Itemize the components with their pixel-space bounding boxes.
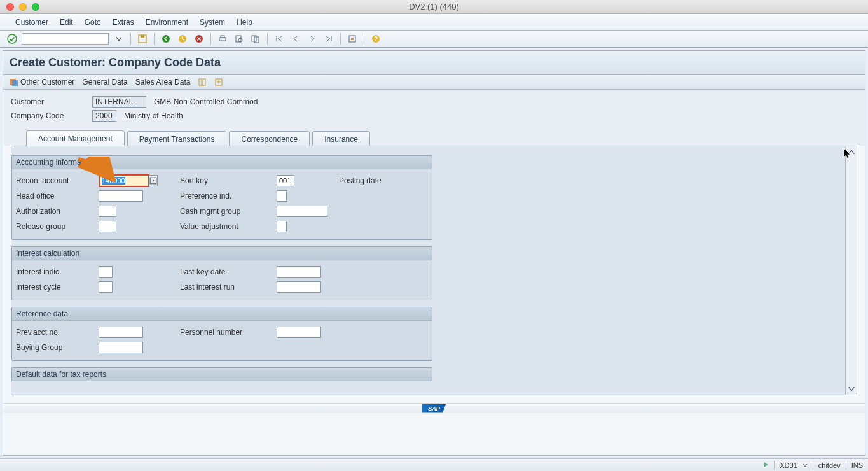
- menu-customer[interactable]: Customer: [15, 18, 48, 27]
- sap-strip: SAP: [3, 403, 865, 413]
- other-customer-button[interactable]: Other Customer: [10, 78, 74, 87]
- company-code-desc: Ministry of Health: [124, 111, 183, 120]
- back-icon[interactable]: [160, 33, 172, 45]
- recon-account-input[interactable]: [99, 174, 149, 187]
- next-page-icon[interactable]: [306, 33, 319, 45]
- svg-rect-7: [221, 36, 224, 38]
- menu-system[interactable]: System: [200, 18, 225, 27]
- sort-key-label: Sort key: [180, 176, 277, 185]
- buying-group-input[interactable]: [99, 342, 143, 353]
- cash-mgmt-input[interactable]: [277, 206, 327, 217]
- minimize-window-button[interactable]: [19, 3, 27, 11]
- value-adj-label: Value adjustment: [180, 222, 277, 231]
- new-session-icon[interactable]: [346, 33, 359, 45]
- cash-mgmt-label: Cash mgmt group: [180, 207, 277, 216]
- statusbar: XD01 chitdev INS: [0, 458, 868, 471]
- interest-indic-label: Interest indic.: [16, 267, 99, 276]
- exit-icon[interactable]: [176, 33, 189, 45]
- last-page-icon[interactable]: [322, 33, 335, 45]
- menu-help[interactable]: Help: [237, 18, 252, 27]
- dropdown-icon[interactable]: [113, 33, 125, 45]
- preference-ind-input[interactable]: [277, 190, 287, 202]
- customer-value: INTERNAL: [92, 96, 146, 108]
- vertical-scrollbar[interactable]: [845, 146, 857, 395]
- separator: [364, 33, 364, 45]
- authorization-label: Authorization: [16, 207, 99, 216]
- prev-page-icon[interactable]: [289, 33, 302, 45]
- menu-environment[interactable]: Environment: [146, 18, 188, 27]
- company-code-value: 2000: [92, 110, 116, 122]
- separator: [340, 33, 341, 45]
- tab-account-management[interactable]: Account Management: [26, 130, 125, 146]
- group-interest-title: Interest calculation: [11, 246, 432, 260]
- interest-indic-input[interactable]: [99, 266, 113, 278]
- sort-key-input[interactable]: [277, 175, 294, 186]
- first-page-icon[interactable]: [273, 33, 286, 45]
- interest-cycle-input[interactable]: [99, 281, 113, 293]
- authorization-input[interactable]: [99, 206, 116, 217]
- window-title: DV2 (1) (440): [409, 2, 459, 11]
- close-window-button[interactable]: [6, 3, 14, 11]
- head-office-input[interactable]: [99, 190, 143, 202]
- group-reference-title: Reference data: [11, 307, 432, 321]
- additional-data-icon[interactable]: [198, 78, 207, 87]
- other-customer-icon: [10, 78, 18, 87]
- general-data-button[interactable]: General Data: [82, 78, 127, 87]
- scroll-up-icon[interactable]: [847, 148, 856, 157]
- personnel-no-label: Personnel number: [180, 328, 277, 337]
- tab-correspondence[interactable]: Correspondence: [229, 131, 310, 146]
- f4-help-button[interactable]: [149, 175, 158, 186]
- other-customer-label: Other Customer: [20, 78, 74, 87]
- save-icon[interactable]: [136, 33, 149, 45]
- additional-data2-icon[interactable]: [214, 78, 223, 87]
- last-interest-run-input[interactable]: [277, 281, 321, 293]
- separator: [774, 461, 775, 470]
- menu-goto[interactable]: Goto: [85, 18, 101, 27]
- zoom-window-button[interactable]: [32, 3, 39, 11]
- interest-cycle-label: Interest cycle: [16, 283, 99, 292]
- menubar: Customer Edit Goto Extras Environment Sy…: [0, 14, 868, 31]
- prev-acct-input[interactable]: [99, 327, 143, 338]
- sap-logo-icon: SAP: [422, 404, 446, 413]
- group-default-tax: Default data for tax reports: [11, 367, 432, 381]
- svg-point-9: [238, 38, 242, 42]
- find-icon[interactable]: [233, 33, 245, 45]
- prev-acct-label: Prev.acct no.: [16, 328, 99, 337]
- value-adj-input[interactable]: [277, 221, 287, 232]
- print-icon[interactable]: [216, 33, 229, 45]
- menu-edit[interactable]: Edit: [60, 18, 73, 27]
- cancel-icon[interactable]: [193, 33, 205, 45]
- mac-titlebar: DV2 (1) (440): [0, 0, 868, 14]
- tab-payment-transactions[interactable]: Payment Transactions: [127, 131, 227, 146]
- enter-icon[interactable]: [6, 33, 18, 45]
- customer-label: Customer: [11, 97, 92, 106]
- status-dropdown-icon[interactable]: [803, 461, 808, 469]
- scroll-down-icon[interactable]: [847, 384, 856, 393]
- svg-rect-6: [219, 38, 226, 41]
- last-key-date-input[interactable]: [277, 266, 321, 278]
- release-group-input[interactable]: [99, 221, 116, 232]
- group-accounting-title: Accounting information: [11, 155, 432, 169]
- help-icon[interactable]: ?: [369, 33, 382, 45]
- group-default-tax-title: Default data for tax reports: [11, 367, 432, 381]
- main-area: Create Customer: Company Code Data Other…: [0, 48, 868, 458]
- status-user: chitdev: [818, 461, 841, 469]
- separator: [846, 461, 846, 470]
- customer-desc: GMB Non-Controlled Commod: [154, 97, 258, 106]
- posting-date-label: Posting date: [339, 176, 382, 185]
- system-toolbar: ?: [0, 31, 868, 48]
- sales-area-data-button[interactable]: Sales Area Data: [135, 78, 191, 87]
- personnel-no-input[interactable]: [277, 327, 321, 338]
- find-next-icon[interactable]: [249, 33, 262, 45]
- header-fields: Customer INTERNAL GMB Non-Controlled Com…: [3, 90, 865, 128]
- buying-group-label: Buying Group: [16, 343, 99, 352]
- last-interest-run-label: Last interest run: [180, 283, 277, 292]
- separator: [813, 461, 813, 470]
- svg-rect-16: [12, 80, 18, 86]
- page-title: Create Customer: Company Code Data: [10, 56, 858, 69]
- separator: [130, 33, 131, 45]
- menu-extras[interactable]: Extras: [113, 18, 134, 27]
- command-field[interactable]: [22, 33, 109, 45]
- status-play-icon[interactable]: [762, 461, 769, 469]
- tab-insurance[interactable]: Insurance: [312, 131, 370, 146]
